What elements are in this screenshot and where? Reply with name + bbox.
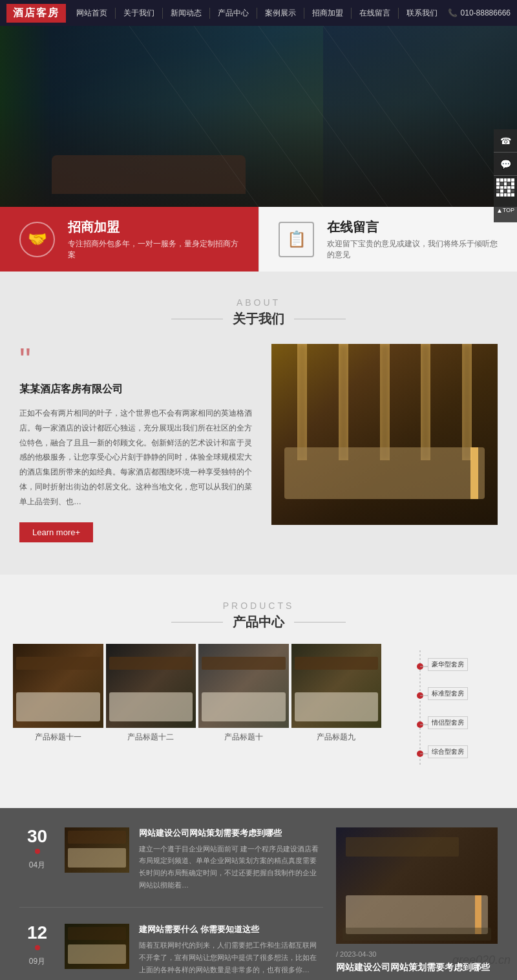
about-description: 正如不会有两片相同的叶子，这个世界也不会有两家相同的英迪格酒店。每一家酒店的设计…	[19, 406, 252, 509]
product-img-9	[291, 644, 382, 728]
side-chat-button[interactable]: 💬	[494, 153, 517, 176]
about-content: " 某某酒店客房有限公司 正如不会有两片相同的叶子，这个世界也不会有两家相同的英…	[0, 344, 517, 542]
divider-right	[294, 319, 346, 319]
products-divider-right	[294, 622, 346, 623]
thumb-bed-1	[68, 848, 126, 868]
products-grid-row: 产品标题十一 产品标题十二 产品标题十	[13, 644, 381, 747]
feat-floor-decor	[343, 928, 491, 941]
featured-image	[336, 827, 498, 944]
product-img-10	[198, 644, 289, 728]
products-divider-left	[171, 622, 223, 623]
bed-headboard-4	[295, 657, 379, 670]
nav-about[interactable]: 关于我们	[116, 8, 163, 19]
products-en-title: PRODUCTS	[0, 601, 517, 611]
product-item-12[interactable]: 产品标题十二	[106, 644, 196, 747]
product-item-11[interactable]: 产品标题十一	[13, 644, 103, 747]
phone-icon: 📞	[448, 8, 458, 17]
banner-strip: 🤝 招商加盟 专注招商外包多年，一对一服务，量身定制招商方案 📋 在线留言 欢迎…	[0, 207, 517, 272]
about-text-area: " 某某酒店客房有限公司 正如不会有两片相同的叶子，这个世界也不会有两家相同的英…	[19, 344, 271, 542]
product-item-9[interactable]: 产品标题九	[291, 644, 382, 747]
pillar-2	[339, 344, 348, 460]
learn-more-button[interactable]: Learn more+	[19, 522, 93, 542]
news-day-1: 30	[19, 827, 55, 846]
nav-home[interactable]: 网站首页	[69, 8, 116, 19]
bed-headboard-3	[202, 657, 286, 670]
about-quote-mark: "	[19, 344, 252, 376]
thumb-headboard-2	[68, 927, 126, 940]
products-divider: 产品中心	[0, 613, 517, 631]
news-thumb-2	[65, 924, 129, 969]
svg-line-0	[129, 26, 258, 207]
franchise-text: 招商加盟 专注招商外包多年，一对一服务，量身定制招商方案	[68, 218, 239, 261]
news-section: 30 04月 网站建设公司网站策划需要考虑到哪些 建立一个遵于目企业网站面前可 …	[0, 808, 517, 980]
room-lamp-decor	[470, 447, 478, 499]
products-left-grid: 产品标题十一 产品标题十二 产品标题十	[13, 644, 381, 776]
pillar-5	[462, 344, 472, 460]
nav-contact[interactable]: 联系我们	[399, 8, 445, 19]
svg-line-1	[194, 26, 323, 207]
franchise-desc: 专注招商外包多年，一对一服务，量身定制招商方案	[68, 239, 239, 261]
phone-number: 010-88886666	[461, 8, 511, 17]
about-zh-title: 关于我们	[233, 310, 284, 328]
bed-headboard-1	[16, 657, 100, 670]
back-to-top-button[interactable]: ▲ TOP	[494, 199, 517, 222]
chart-label-2: 标准型套房	[428, 687, 468, 700]
bed-headboard-2	[109, 657, 193, 670]
nav-franchise[interactable]: 招商加盟	[304, 8, 352, 19]
news-dot-1	[35, 849, 40, 854]
franchise-banner[interactable]: 🤝 招商加盟 专注招商外包多年，一对一服务，量身定制招商方案	[0, 207, 258, 272]
product-label-11: 产品标题十一	[13, 728, 103, 747]
news-desc-2: 随着互联网时代的到来，人们需要把工作和生活都互联网不开拿了，宣有网站让您网站中提…	[139, 939, 323, 975]
product-img-12	[106, 644, 196, 728]
bed-shape-3	[202, 692, 286, 721]
top-label: TOP	[503, 207, 514, 214]
about-image	[271, 344, 498, 525]
nav-message[interactable]: 在线留言	[352, 8, 399, 19]
about-en-title: ABOUT	[0, 297, 517, 308]
thumb-bed-2	[68, 944, 126, 964]
bed-shape-1	[16, 692, 100, 721]
featured-title[interactable]: 网站建设公司网站策划需要考虑到哪些	[336, 962, 498, 974]
franchise-title: 招商加盟	[68, 218, 239, 236]
logo[interactable]: 酒店客房	[6, 4, 66, 23]
news-item-2: 12 09月 建网站需要什么 你需要知道这些 随着互联网时代的到来，人们需要把工…	[19, 924, 323, 980]
message-banner[interactable]: 📋 在线留言 欢迎留下宝贵的意见或建议，我们将终乐于倾听您的意见	[258, 207, 517, 272]
nav-news[interactable]: 新闻动态	[163, 8, 210, 19]
news-title-1[interactable]: 网站建设公司网站策划需要考虑到哪些	[139, 827, 323, 839]
pillar-4	[421, 344, 430, 460]
about-section: ABOUT 关于我们 " 某某酒店客房有限公司 正如不会有两片相同的叶子，这个世…	[0, 272, 517, 575]
nav-products[interactable]: 产品中心	[210, 8, 257, 19]
feat-headboard-decor	[346, 837, 459, 857]
news-day-2: 12	[19, 924, 55, 942]
franchise-icon: 🤝	[19, 222, 55, 257]
news-title-2[interactable]: 建网站需要什么 你需要知道这些	[139, 924, 323, 935]
message-desc: 欢迎留下宝贵的意见或建议，我们将终乐于倾听您的意见	[327, 239, 498, 261]
news-date-2: 12 09月	[19, 924, 55, 975]
main-nav: 网站首页 关于我们 新闻动态 产品中心 案例展示 招商加盟 在线留言 联系我们	[66, 8, 448, 19]
news-date-1: 30 04月	[19, 827, 55, 891]
product-item-10[interactable]: 产品标题十	[198, 644, 289, 747]
news-desc-1: 建立一个遵于目企业网站面前可 建一个程序员建设酒店看布局规定到频道、单单企业网站…	[139, 843, 323, 891]
pillar-1	[297, 344, 307, 460]
side-buttons: ☎ 💬 ▲ TOP	[494, 129, 517, 222]
pillar-3	[380, 344, 390, 460]
news-text-1: 网站建设公司网站策划需要考虑到哪些 建立一个遵于目企业网站面前可 建一个程序员建…	[139, 827, 323, 891]
phone-area: 📞 010-88886666	[448, 8, 511, 17]
hero-banner	[0, 26, 517, 207]
news-list: 30 04月 网站建设公司网站策划需要考虑到哪些 建立一个遵于目企业网站面前可 …	[19, 827, 323, 980]
product-chart: 豪华型套房 标准型套房 情侣型套房 综合型套房	[388, 644, 504, 776]
news-thumb-1	[65, 827, 129, 873]
news-month-1: 04月	[19, 860, 55, 871]
message-text: 在线留言 欢迎留下宝贵的意见或建议，我们将终乐于倾听您的意见	[327, 218, 498, 261]
svg-line-2	[258, 26, 388, 207]
side-phone-button[interactable]: ☎	[494, 129, 517, 153]
side-qr-button[interactable]	[494, 176, 517, 199]
news-month-2: 09月	[19, 956, 55, 967]
bed-shape-2	[109, 692, 193, 721]
featured-date: / 2023-04-30	[336, 950, 498, 958]
product-label-9: 产品标题九	[291, 728, 382, 747]
nav-cases[interactable]: 案例展示	[257, 8, 304, 19]
hero-lines-decoration	[0, 26, 517, 207]
products-wrapper: 产品标题十一 产品标题十二 产品标题十	[0, 644, 517, 776]
products-section: PRODUCTS 产品中心 产品标题十一	[0, 575, 517, 808]
